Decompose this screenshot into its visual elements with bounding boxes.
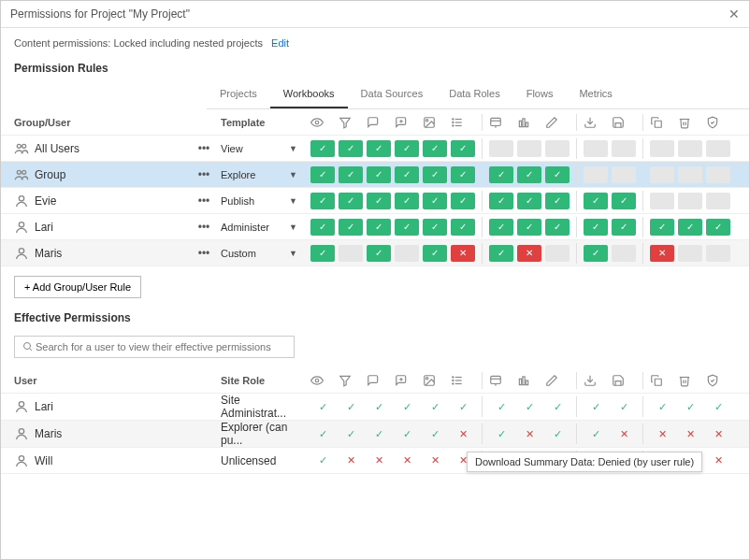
capability-cell[interactable]: ✓ bbox=[367, 219, 391, 236]
capability-cell[interactable]: ✓ bbox=[584, 245, 608, 262]
capability-cell[interactable] bbox=[678, 245, 702, 262]
capability-cell[interactable]: ✓ bbox=[423, 219, 447, 236]
capability-cell[interactable] bbox=[678, 140, 702, 157]
capability-cell[interactable] bbox=[517, 140, 541, 157]
capability-cell[interactable]: ✓ bbox=[339, 166, 363, 183]
capability-cell[interactable]: ✓ bbox=[489, 219, 513, 236]
capability-cell[interactable]: ✓ bbox=[517, 193, 541, 209]
capability-cell[interactable]: ✓ bbox=[451, 219, 475, 236]
capability-cell[interactable]: ✓ bbox=[650, 219, 674, 236]
tab-projects[interactable]: Projects bbox=[207, 80, 270, 108]
capability-cell[interactable] bbox=[650, 193, 674, 209]
tab-data-roles[interactable]: Data Roles bbox=[436, 80, 512, 108]
capability-cell[interactable]: ✓ bbox=[489, 193, 513, 209]
capability-cell[interactable] bbox=[612, 245, 636, 262]
capability-cell[interactable] bbox=[339, 245, 363, 262]
rule-row[interactable]: Group•••Explore▼✓✓✓✓✓✓✓✓✓ bbox=[1, 162, 749, 188]
capability-cell[interactable] bbox=[584, 166, 608, 183]
capability-cell[interactable]: ✓ bbox=[339, 193, 363, 209]
capability-cell[interactable] bbox=[706, 166, 730, 183]
capability-cell[interactable] bbox=[395, 245, 419, 262]
capability-cell[interactable]: ✓ bbox=[545, 219, 570, 236]
row-actions-button[interactable]: ••• bbox=[193, 247, 215, 260]
template-dropdown[interactable]: Custom▼ bbox=[221, 248, 305, 259]
capability-cell[interactable]: ✕ bbox=[650, 245, 674, 262]
capability-cell[interactable]: ✓ bbox=[395, 219, 419, 236]
template-dropdown[interactable]: Administer▼ bbox=[221, 222, 305, 233]
rule-row[interactable]: Maris•••Custom▼✓✓✓✕✓✕✓✕ bbox=[1, 240, 749, 266]
capability-cell[interactable]: ✓ bbox=[367, 166, 391, 183]
capability-cell[interactable]: ✓ bbox=[395, 193, 419, 209]
capability-cell[interactable]: ✓ bbox=[367, 140, 391, 157]
capability-cell[interactable]: ✓ bbox=[423, 140, 447, 157]
capability-cell[interactable]: ✓ bbox=[423, 245, 447, 262]
capability-cell[interactable]: ✓ bbox=[367, 193, 391, 209]
capability-cell[interactable]: ✓ bbox=[310, 193, 335, 209]
capability-cell[interactable]: ✓ bbox=[489, 166, 513, 183]
capability-cell[interactable]: ✓ bbox=[612, 193, 636, 209]
rule-row[interactable]: Evie•••Publish▼✓✓✓✓✓✓✓✓✓✓✓ bbox=[1, 188, 749, 214]
capability-cell[interactable] bbox=[489, 140, 513, 157]
capability-cell[interactable]: ✓ bbox=[451, 193, 475, 209]
capability-cell[interactable]: ✓ bbox=[339, 140, 363, 157]
capability-cell[interactable]: ✓ bbox=[489, 245, 513, 262]
capability-cell[interactable]: ✓ bbox=[612, 219, 636, 236]
capability-cell[interactable]: ✓ bbox=[310, 166, 335, 183]
download-full-icon bbox=[584, 374, 608, 387]
capability-cell[interactable] bbox=[650, 166, 674, 183]
capability-cell[interactable] bbox=[545, 140, 570, 157]
capability-cell[interactable]: ✓ bbox=[678, 219, 702, 236]
capability-cell[interactable] bbox=[678, 193, 702, 209]
capability-cell[interactable]: ✓ bbox=[706, 219, 730, 236]
capability-cell[interactable]: ✓ bbox=[423, 166, 447, 183]
add-group-user-rule-button[interactable]: + Add Group/User Rule bbox=[14, 276, 141, 298]
capability-cell[interactable]: ✕ bbox=[451, 245, 475, 262]
capability-cell[interactable]: ✓ bbox=[339, 219, 363, 236]
capability-cell[interactable] bbox=[612, 140, 636, 157]
capability-cell[interactable] bbox=[706, 245, 730, 262]
capability-cell[interactable] bbox=[678, 166, 702, 183]
capability-cell[interactable]: ✓ bbox=[517, 166, 541, 183]
capability-cell[interactable]: ✓ bbox=[310, 245, 335, 262]
capability-cell[interactable]: ✓ bbox=[395, 140, 419, 157]
effective-row[interactable]: MarisExplorer (can pu...✓✓✓✓✓✕✓✕✓✓✕✕✕✕ bbox=[1, 421, 749, 448]
row-actions-button[interactable]: ••• bbox=[193, 194, 215, 208]
capability-cell[interactable]: ✓ bbox=[451, 140, 475, 157]
tab-flows[interactable]: Flows bbox=[513, 80, 567, 108]
template-dropdown[interactable]: Publish▼ bbox=[221, 195, 305, 207]
template-dropdown[interactable]: Explore▼ bbox=[221, 169, 305, 180]
tab-workbooks[interactable]: Workbooks bbox=[270, 80, 348, 108]
template-dropdown[interactable]: View▼ bbox=[221, 143, 305, 154]
row-actions-button[interactable]: ••• bbox=[193, 221, 215, 234]
row-actions-button[interactable]: ••• bbox=[193, 168, 215, 181]
capability-cell[interactable]: ✓ bbox=[310, 140, 335, 157]
tab-data-sources[interactable]: Data Sources bbox=[348, 80, 437, 108]
capability-cell[interactable] bbox=[650, 140, 674, 157]
close-icon[interactable]: ✕ bbox=[728, 7, 740, 22]
capability-cell[interactable] bbox=[706, 193, 730, 209]
capability-cell[interactable]: ✕ bbox=[517, 245, 541, 262]
capability-cell[interactable] bbox=[612, 166, 636, 183]
capability-cell[interactable]: ✓ bbox=[517, 219, 541, 236]
effective-search-input[interactable] bbox=[36, 341, 288, 352]
capability-cell[interactable]: ✓ bbox=[367, 245, 391, 262]
capability-cell[interactable]: ✓ bbox=[545, 193, 570, 209]
capability-cell[interactable]: ✓ bbox=[310, 219, 335, 236]
capability-cell[interactable]: ✓ bbox=[395, 166, 419, 183]
tab-metrics[interactable]: Metrics bbox=[566, 80, 625, 108]
capability-cell[interactable]: ✓ bbox=[423, 193, 447, 209]
capability-cell[interactable] bbox=[706, 140, 730, 157]
effective-row[interactable]: LariSite Administrat...✓✓✓✓✓✓✓✓✓✓✓✓✓✓ bbox=[1, 394, 749, 421]
capability-cell[interactable]: ✓ bbox=[584, 193, 608, 209]
effective-search[interactable] bbox=[14, 336, 295, 358]
effective-cell: ✓ bbox=[584, 401, 608, 413]
capability-cell[interactable]: ✓ bbox=[451, 166, 475, 183]
capability-cell[interactable]: ✓ bbox=[545, 166, 570, 183]
rule-row[interactable]: Lari•••Administer▼✓✓✓✓✓✓✓✓✓✓✓✓✓✓ bbox=[1, 214, 749, 240]
capability-cell[interactable]: ✓ bbox=[584, 219, 608, 236]
rule-row[interactable]: All Users•••View▼✓✓✓✓✓✓ bbox=[1, 136, 749, 162]
capability-cell[interactable] bbox=[584, 140, 608, 157]
edit-link[interactable]: Edit bbox=[271, 37, 289, 49]
capability-cell[interactable] bbox=[545, 245, 570, 262]
row-actions-button[interactable]: ••• bbox=[193, 142, 215, 155]
